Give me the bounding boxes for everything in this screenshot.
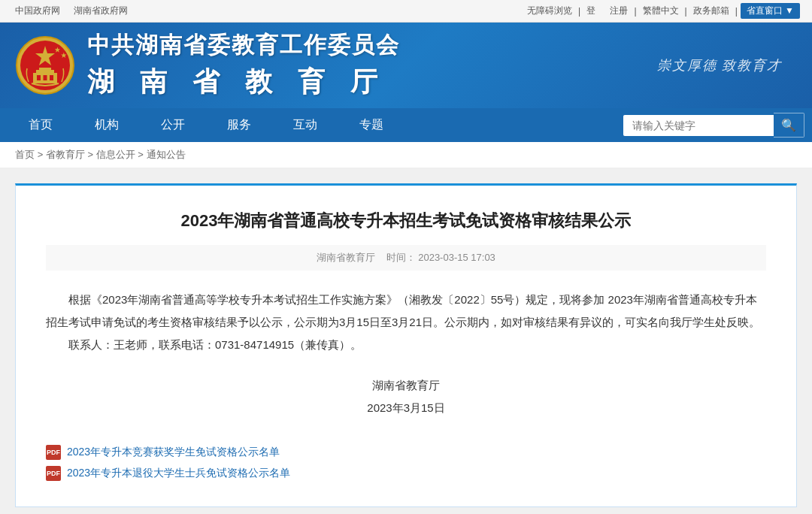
link-hunan-gov[interactable]: 湖南省政府网 bbox=[74, 5, 128, 16]
article-meta: 湖南省教育厅 时间： 2023-03-15 17:03 bbox=[46, 245, 766, 271]
svg-rect-7 bbox=[39, 68, 51, 71]
attachment-item-2[interactable]: PDF 2023年专升本退役大学生士兵免试资格公示名单 bbox=[46, 463, 766, 484]
header-left: 中共湖南省委教育工作委员会 湖 南 省 教 育 厅 bbox=[15, 30, 400, 101]
top-bar-right: 无障碍浏览 | 登 注册 | 繁體中文 | 政务邮箱 | 省直窗口 ▼ bbox=[524, 3, 800, 19]
breadcrumb-notice[interactable]: 通知公告 bbox=[147, 149, 186, 160]
link-gov-email[interactable]: 政务邮箱 bbox=[693, 5, 729, 17]
site-header: 中共湖南省委教育工作委员会 湖 南 省 教 育 厅 崇文厚德 致教育才 bbox=[0, 23, 812, 108]
nav-org[interactable]: 机构 bbox=[74, 108, 140, 142]
article-contact: 联系人：王老师，联系电话：0731-84714915（兼传真）。 bbox=[46, 334, 766, 356]
svg-rect-10 bbox=[50, 75, 53, 80]
pdf-icon-1: PDF bbox=[46, 445, 61, 460]
link-register[interactable]: 注册 bbox=[610, 5, 628, 17]
nav-public[interactable]: 公开 bbox=[140, 108, 206, 142]
main-content: 2023年湖南省普通高校专升本招生考试免试资格审核结果公示 湖南省教育厅 时间：… bbox=[0, 168, 812, 514]
top-bar-left: 中国政府网 湖南省政府网 bbox=[12, 5, 131, 17]
svg-rect-8 bbox=[37, 75, 41, 80]
svg-rect-9 bbox=[44, 75, 47, 80]
breadcrumb-dept[interactable]: 省教育厅 bbox=[46, 149, 85, 160]
nav-service[interactable]: 服务 bbox=[206, 108, 272, 142]
meta-source: 湖南省教育厅 bbox=[317, 252, 375, 263]
nav-special[interactable]: 专题 bbox=[338, 108, 404, 142]
attachment-list: PDF 2023年专升本竞赛获奖学生免试资格公示名单 PDF 2023年专升本退… bbox=[46, 434, 766, 484]
article-card: 2023年湖南省普通高校专升本招生考试免试资格审核结果公示 湖南省教育厅 时间：… bbox=[15, 183, 797, 507]
header-title: 中共湖南省委教育工作委员会 湖 南 省 教 育 厅 bbox=[87, 30, 400, 101]
nav-interact[interactable]: 互动 bbox=[272, 108, 338, 142]
top-bar: 中国政府网 湖南省政府网 无障碍浏览 | 登 注册 | 繁體中文 | 政务邮箱 … bbox=[0, 0, 812, 23]
attachment-label-2: 2023年专升本退役大学生士兵免试资格公示名单 bbox=[67, 467, 290, 480]
meta-time-label: 时间： bbox=[386, 252, 416, 263]
sign-date: 2023年3月15日 bbox=[46, 397, 766, 419]
nav-search-area: 🔍 bbox=[623, 113, 804, 138]
link-traditional-chinese[interactable]: 繁體中文 bbox=[643, 5, 679, 17]
breadcrumb: 首页 > 省教育厅 > 信息公开 > 通知公告 bbox=[0, 142, 812, 168]
attachment-label-1: 2023年专升本竞赛获奖学生免试资格公示名单 bbox=[67, 446, 280, 459]
article-title: 2023年湖南省普通高校专升本招生考试免试资格审核结果公示 bbox=[46, 208, 766, 233]
header-title-top: 中共湖南省委教育工作委员会 bbox=[87, 30, 400, 61]
province-window-btn[interactable]: 省直窗口 ▼ bbox=[741, 3, 800, 19]
link-central-gov[interactable]: 中国政府网 bbox=[15, 5, 60, 16]
nav-home[interactable]: 首页 bbox=[8, 108, 74, 142]
header-slogan: 崇文厚德 致教育才 bbox=[657, 56, 798, 74]
article-sign: 湖南省教育厅 2023年3月15日 bbox=[46, 374, 766, 419]
meta-time: 2023-03-15 17:03 bbox=[418, 252, 495, 263]
breadcrumb-info[interactable]: 信息公开 bbox=[96, 149, 135, 160]
article-body: 根据《2023年湖南省普通高等学校专升本考试招生工作实施方案》（湘教发〔2022… bbox=[46, 289, 766, 334]
link-login[interactable]: 登 bbox=[586, 5, 595, 17]
main-nav: 首页 机构 公开 服务 互动 专题 🔍 bbox=[0, 108, 812, 142]
attachment-item-1[interactable]: PDF 2023年专升本竞赛获奖学生免试资格公示名单 bbox=[46, 442, 766, 463]
pdf-icon-2: PDF bbox=[46, 466, 61, 481]
national-emblem bbox=[15, 35, 75, 95]
link-accessibility[interactable]: 无障碍浏览 bbox=[527, 5, 572, 17]
header-title-bottom: 湖 南 省 教 育 厅 bbox=[87, 64, 400, 101]
search-input[interactable] bbox=[623, 115, 774, 136]
sign-org: 湖南省教育厅 bbox=[46, 374, 766, 397]
search-button[interactable]: 🔍 bbox=[774, 113, 804, 138]
breadcrumb-home[interactable]: 首页 bbox=[15, 149, 35, 160]
